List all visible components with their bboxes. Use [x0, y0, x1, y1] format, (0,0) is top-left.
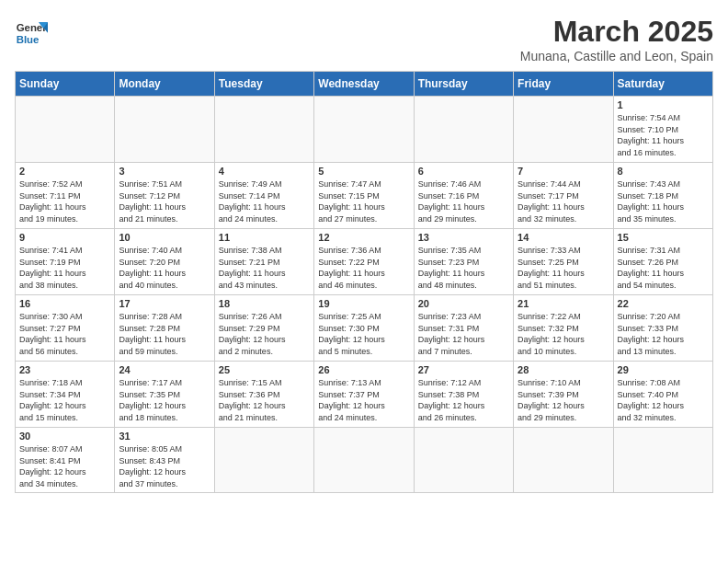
calendar-cell: 14Sunrise: 7:33 AM Sunset: 7:25 PM Dayli…	[514, 229, 613, 295]
day-number: 26	[318, 364, 409, 375]
weekday-header-thursday: Thursday	[414, 72, 513, 97]
day-number: 5	[318, 166, 409, 177]
calendar-cell	[514, 97, 613, 163]
weekday-header-friday: Friday	[514, 72, 613, 97]
calendar-cell: 7Sunrise: 7:44 AM Sunset: 7:17 PM Daylig…	[514, 163, 613, 229]
day-info: Sunrise: 7:33 AM Sunset: 7:25 PM Dayligh…	[518, 245, 609, 291]
day-number: 11	[219, 232, 310, 243]
day-info: Sunrise: 7:54 AM Sunset: 7:10 PM Dayligh…	[618, 112, 709, 158]
day-info: Sunrise: 7:22 AM Sunset: 7:32 PM Dayligh…	[518, 311, 609, 357]
day-number: 16	[19, 298, 110, 309]
day-info: Sunrise: 8:07 AM Sunset: 8:41 PM Dayligh…	[19, 443, 110, 489]
day-number: 23	[19, 364, 110, 375]
calendar-cell: 31Sunrise: 8:05 AM Sunset: 8:43 PM Dayli…	[115, 428, 214, 493]
day-info: Sunrise: 7:51 AM Sunset: 7:12 PM Dayligh…	[119, 178, 210, 224]
day-info: Sunrise: 7:12 AM Sunset: 7:38 PM Dayligh…	[418, 377, 509, 423]
day-number: 27	[418, 364, 509, 375]
day-number: 10	[119, 232, 210, 243]
calendar-cell: 19Sunrise: 7:25 AM Sunset: 7:30 PM Dayli…	[314, 295, 414, 362]
weekday-header-tuesday: Tuesday	[214, 72, 313, 97]
calendar-cell: 21Sunrise: 7:22 AM Sunset: 7:32 PM Dayli…	[514, 295, 613, 362]
calendar-cell: 16Sunrise: 7:30 AM Sunset: 7:27 PM Dayli…	[16, 295, 115, 362]
calendar-cell: 8Sunrise: 7:43 AM Sunset: 7:18 PM Daylig…	[613, 163, 712, 229]
day-number: 19	[318, 298, 409, 309]
calendar-cell	[214, 97, 313, 163]
day-info: Sunrise: 7:25 AM Sunset: 7:30 PM Dayligh…	[318, 311, 409, 357]
calendar-cell: 2Sunrise: 7:52 AM Sunset: 7:11 PM Daylig…	[16, 163, 115, 229]
calendar-cell: 29Sunrise: 7:08 AM Sunset: 7:40 PM Dayli…	[613, 362, 712, 428]
day-number: 9	[19, 232, 110, 243]
day-info: Sunrise: 7:49 AM Sunset: 7:14 PM Dayligh…	[219, 178, 310, 224]
day-info: Sunrise: 7:31 AM Sunset: 7:26 PM Dayligh…	[618, 245, 709, 291]
day-number: 31	[119, 431, 210, 442]
calendar-cell	[414, 97, 513, 163]
calendar-cell: 27Sunrise: 7:12 AM Sunset: 7:38 PM Dayli…	[414, 362, 513, 428]
day-info: Sunrise: 7:30 AM Sunset: 7:27 PM Dayligh…	[19, 311, 110, 357]
day-info: Sunrise: 7:46 AM Sunset: 7:16 PM Dayligh…	[418, 178, 509, 224]
day-number: 6	[418, 166, 509, 177]
day-info: Sunrise: 7:41 AM Sunset: 7:19 PM Dayligh…	[19, 245, 110, 291]
day-info: Sunrise: 7:44 AM Sunset: 7:17 PM Dayligh…	[518, 178, 609, 224]
week-row-4: 16Sunrise: 7:30 AM Sunset: 7:27 PM Dayli…	[16, 295, 713, 362]
calendar-cell: 30Sunrise: 8:07 AM Sunset: 8:41 PM Dayli…	[16, 428, 115, 493]
week-row-3: 9Sunrise: 7:41 AM Sunset: 7:19 PM Daylig…	[16, 229, 713, 295]
calendar-cell	[214, 428, 313, 493]
day-info: Sunrise: 7:52 AM Sunset: 7:11 PM Dayligh…	[19, 178, 110, 224]
calendar-cell: 4Sunrise: 7:49 AM Sunset: 7:14 PM Daylig…	[214, 163, 313, 229]
day-info: Sunrise: 7:20 AM Sunset: 7:33 PM Dayligh…	[618, 311, 709, 357]
calendar-cell: 20Sunrise: 7:23 AM Sunset: 7:31 PM Dayli…	[414, 295, 513, 362]
calendar-cell	[314, 97, 414, 163]
calendar-cell: 15Sunrise: 7:31 AM Sunset: 7:26 PM Dayli…	[613, 229, 712, 295]
day-number: 3	[119, 166, 210, 177]
calendar-cell: 1Sunrise: 7:54 AM Sunset: 7:10 PM Daylig…	[613, 97, 712, 163]
week-row-2: 2Sunrise: 7:52 AM Sunset: 7:11 PM Daylig…	[16, 163, 713, 229]
calendar-cell: 23Sunrise: 7:18 AM Sunset: 7:34 PM Dayli…	[16, 362, 115, 428]
day-info: Sunrise: 7:13 AM Sunset: 7:37 PM Dayligh…	[318, 377, 409, 423]
day-info: Sunrise: 7:17 AM Sunset: 7:35 PM Dayligh…	[119, 377, 210, 423]
svg-text:Blue: Blue	[17, 34, 40, 45]
calendar-cell: 22Sunrise: 7:20 AM Sunset: 7:33 PM Dayli…	[613, 295, 712, 362]
calendar-cell: 25Sunrise: 7:15 AM Sunset: 7:36 PM Dayli…	[214, 362, 313, 428]
day-info: Sunrise: 7:26 AM Sunset: 7:29 PM Dayligh…	[219, 311, 310, 357]
calendar-cell: 28Sunrise: 7:10 AM Sunset: 7:39 PM Dayli…	[514, 362, 613, 428]
calendar-title: March 2025	[520, 15, 713, 49]
day-number: 8	[618, 166, 709, 177]
day-number: 29	[618, 364, 709, 375]
day-number: 22	[618, 298, 709, 309]
day-info: Sunrise: 7:36 AM Sunset: 7:22 PM Dayligh…	[318, 245, 409, 291]
calendar-cell	[16, 97, 115, 163]
day-number: 18	[219, 298, 310, 309]
day-number: 25	[219, 364, 310, 375]
day-number: 13	[418, 232, 509, 243]
calendar-cell	[414, 428, 513, 493]
calendar-cell: 9Sunrise: 7:41 AM Sunset: 7:19 PM Daylig…	[16, 229, 115, 295]
day-number: 15	[618, 232, 709, 243]
calendar-cell: 18Sunrise: 7:26 AM Sunset: 7:29 PM Dayli…	[214, 295, 313, 362]
week-row-5: 23Sunrise: 7:18 AM Sunset: 7:34 PM Dayli…	[16, 362, 713, 428]
calendar-cell: 6Sunrise: 7:46 AM Sunset: 7:16 PM Daylig…	[414, 163, 513, 229]
day-info: Sunrise: 7:47 AM Sunset: 7:15 PM Dayligh…	[318, 178, 409, 224]
day-info: Sunrise: 7:40 AM Sunset: 7:20 PM Dayligh…	[119, 245, 210, 291]
day-info: Sunrise: 7:18 AM Sunset: 7:34 PM Dayligh…	[19, 377, 110, 423]
weekday-header-saturday: Saturday	[613, 72, 712, 97]
day-info: Sunrise: 7:43 AM Sunset: 7:18 PM Dayligh…	[618, 178, 709, 224]
day-number: 20	[418, 298, 509, 309]
calendar-cell: 5Sunrise: 7:47 AM Sunset: 7:15 PM Daylig…	[314, 163, 414, 229]
calendar-cell: 13Sunrise: 7:35 AM Sunset: 7:23 PM Dayli…	[414, 229, 513, 295]
calendar-cell: 17Sunrise: 7:28 AM Sunset: 7:28 PM Dayli…	[115, 295, 214, 362]
day-number: 17	[119, 298, 210, 309]
calendar-cell: 12Sunrise: 7:36 AM Sunset: 7:22 PM Dayli…	[314, 229, 414, 295]
day-number: 1	[618, 99, 709, 110]
calendar-cell: 11Sunrise: 7:38 AM Sunset: 7:21 PM Dayli…	[214, 229, 313, 295]
day-number: 12	[318, 232, 409, 243]
day-number: 2	[19, 166, 110, 177]
calendar-cell: 26Sunrise: 7:13 AM Sunset: 7:37 PM Dayli…	[314, 362, 414, 428]
day-info: Sunrise: 7:10 AM Sunset: 7:39 PM Dayligh…	[518, 377, 609, 423]
day-info: Sunrise: 7:15 AM Sunset: 7:36 PM Dayligh…	[219, 377, 310, 423]
weekday-header-sunday: Sunday	[16, 72, 115, 97]
calendar-cell: 10Sunrise: 7:40 AM Sunset: 7:20 PM Dayli…	[115, 229, 214, 295]
calendar-table: SundayMondayTuesdayWednesdayThursdayFrid…	[15, 71, 713, 493]
day-info: Sunrise: 7:28 AM Sunset: 7:28 PM Dayligh…	[119, 311, 210, 357]
page-header: General Blue March 2025 Munana, Castille…	[15, 15, 713, 63]
title-block: March 2025 Munana, Castille and Leon, Sp…	[520, 15, 713, 63]
